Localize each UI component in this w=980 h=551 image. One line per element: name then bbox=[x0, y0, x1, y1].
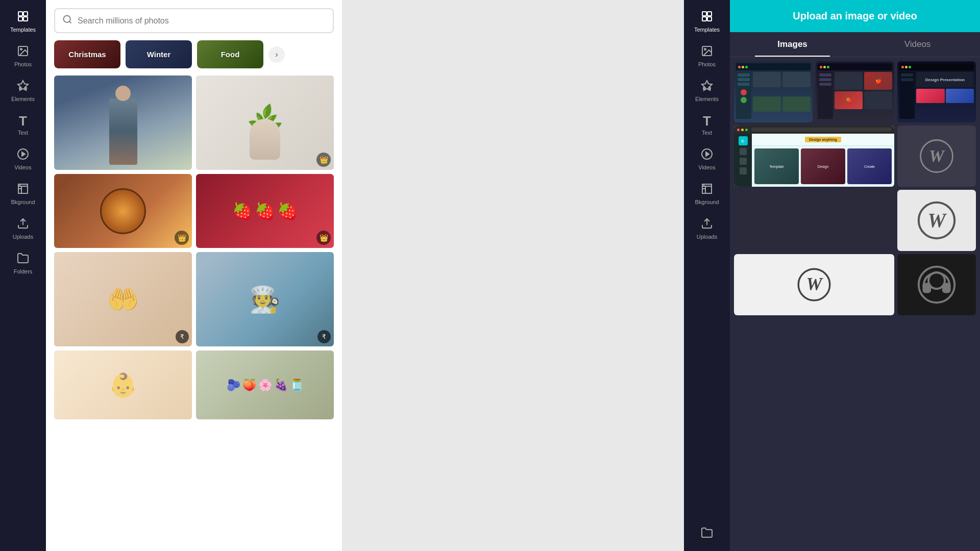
sidebar-item-background[interactable]: Bkground bbox=[3, 178, 43, 210]
christmas-chip-label: Christmas bbox=[54, 40, 120, 68]
sidebar-item-templates-label: Templates bbox=[10, 27, 36, 33]
right-sidebar-item-videos[interactable]: Videos bbox=[687, 143, 727, 176]
category-chip-christmas[interactable]: Christmas bbox=[54, 40, 120, 68]
right-sidebar-text-label: Text bbox=[702, 130, 712, 136]
right-elements-icon bbox=[701, 80, 713, 94]
text-icon: T bbox=[19, 114, 27, 128]
upload-item-wp-bottom-1[interactable]: W bbox=[734, 254, 894, 315]
sidebar-item-text-label: Text bbox=[18, 130, 28, 136]
photo-grid: 👑 🤲 ₹ 👶 bbox=[54, 76, 334, 543]
svg-rect-3 bbox=[23, 17, 28, 21]
upload-item-wp-bottom-2[interactable] bbox=[897, 254, 976, 315]
right-sidebar-item-elements[interactable]: Elements bbox=[687, 74, 727, 107]
search-icon bbox=[62, 14, 72, 27]
upload-button[interactable]: Upload an image or video bbox=[730, 0, 980, 32]
photo-col-2: 🌿 👑 🍓🍓🍓 👑 🧑‍🍳 bbox=[196, 76, 334, 543]
sidebar-item-uploads-label: Uploads bbox=[13, 234, 33, 240]
uploads-grid: 🍎 🍓 bbox=[730, 57, 980, 319]
sidebar-item-videos-label: Videos bbox=[14, 164, 31, 170]
right-sidebar-templates-label: Templates bbox=[694, 27, 720, 33]
photo-leaf[interactable]: 🌿 👑 bbox=[196, 76, 334, 170]
upload-item-1[interactable] bbox=[734, 61, 813, 122]
svg-rect-19 bbox=[702, 17, 706, 21]
category-chip-food[interactable]: Food bbox=[197, 40, 263, 68]
sidebar-item-videos[interactable]: Videos bbox=[3, 143, 43, 176]
sidebar-item-templates[interactable]: Templates bbox=[3, 5, 43, 38]
upload-item-canva[interactable]: C Design anything Template Design bbox=[734, 126, 894, 187]
upload-item-wp-light[interactable]: W bbox=[897, 190, 976, 251]
crown-badge-pizza: 👑 bbox=[175, 231, 189, 245]
right-sidebar-uploads-label: Uploads bbox=[697, 234, 717, 240]
crown-badge-berries: 👑 bbox=[316, 231, 331, 245]
upload-item-2[interactable]: 🍎 🍓 bbox=[816, 61, 894, 122]
tab-images[interactable]: Images bbox=[730, 32, 855, 57]
photo-baby[interactable]: 👶 bbox=[54, 350, 192, 419]
upload-item-wp-1[interactable]: W bbox=[897, 126, 976, 187]
photo-food-flatlay[interactable]: 🫐🍑🌸 🍇🫙 bbox=[196, 350, 334, 419]
svg-text:W: W bbox=[929, 146, 945, 165]
sidebar-item-text[interactable]: T Text bbox=[3, 109, 43, 141]
right-sidebar-background-label: Bkground bbox=[695, 199, 719, 205]
right-folders-icon bbox=[701, 527, 713, 541]
svg-rect-0 bbox=[18, 12, 22, 16]
right-sidebar-item-text[interactable]: T Text bbox=[687, 109, 727, 141]
rupee-badge-hands: ₹ bbox=[176, 330, 189, 343]
right-uploads-icon bbox=[701, 217, 713, 232]
food-chip-label: Food bbox=[197, 40, 263, 68]
search-bar[interactable] bbox=[54, 8, 334, 33]
right-sidebar: Templates Photos Elements T Text bbox=[684, 0, 730, 551]
right-sidebar-item-templates[interactable]: Templates bbox=[687, 5, 727, 38]
photo-man-cooking[interactable]: 🧑‍🍳 ₹ bbox=[196, 252, 334, 346]
svg-rect-18 bbox=[707, 12, 712, 16]
background-icon bbox=[17, 183, 29, 197]
right-videos-icon bbox=[701, 148, 713, 162]
winter-chip-label: Winter bbox=[126, 40, 192, 68]
svg-rect-17 bbox=[702, 12, 706, 16]
svg-rect-1 bbox=[23, 12, 28, 16]
rupee-badge-man: ₹ bbox=[317, 330, 331, 343]
upload-item-wp-2-wide[interactable] bbox=[734, 190, 894, 251]
right-photos-icon bbox=[701, 45, 713, 59]
left-panel: Christmas Winter Food › bbox=[46, 0, 342, 551]
sidebar-item-photos[interactable]: Photos bbox=[3, 40, 43, 72]
sidebar-item-folders-label: Folders bbox=[14, 268, 33, 274]
sidebar-item-uploads[interactable]: Uploads bbox=[3, 212, 43, 245]
right-sidebar-photos-label: Photos bbox=[698, 61, 716, 67]
svg-text:W: W bbox=[806, 274, 823, 294]
elements-icon bbox=[17, 80, 29, 94]
right-sidebar-item-uploads[interactable]: Uploads bbox=[687, 212, 727, 245]
center-canvas bbox=[342, 0, 684, 551]
photo-pizza[interactable]: 👑 bbox=[54, 174, 192, 248]
svg-point-5 bbox=[20, 48, 22, 50]
right-sidebar-item-folders[interactable] bbox=[687, 521, 727, 546]
category-chip-winter[interactable]: Winter bbox=[126, 40, 192, 68]
category-scroll-right[interactable]: › bbox=[268, 46, 285, 63]
svg-text:W: W bbox=[927, 209, 947, 232]
sidebar-item-elements-label: Elements bbox=[11, 96, 35, 102]
photo-hands[interactable]: 🤲 ₹ bbox=[54, 252, 192, 346]
photos-icon bbox=[17, 45, 29, 59]
category-row: Christmas Winter Food › bbox=[54, 40, 334, 68]
sidebar-item-photos-label: Photos bbox=[14, 61, 32, 67]
right-sidebar-item-photos[interactable]: Photos bbox=[687, 40, 727, 72]
sidebar-item-elements[interactable]: Elements bbox=[3, 74, 43, 107]
svg-rect-20 bbox=[707, 17, 712, 21]
media-tabs: Images Videos bbox=[730, 32, 980, 57]
canvas-content bbox=[342, 0, 684, 551]
tab-videos[interactable]: Videos bbox=[855, 32, 980, 57]
videos-icon bbox=[17, 148, 29, 162]
search-input[interactable] bbox=[78, 16, 326, 26]
folders-icon bbox=[17, 252, 29, 266]
right-sidebar-elements-label: Elements bbox=[695, 96, 719, 102]
upload-item-3[interactable]: Design Presentation bbox=[897, 61, 976, 122]
svg-marker-26 bbox=[706, 152, 709, 156]
crown-badge-leaf: 👑 bbox=[316, 153, 331, 167]
sidebar-item-folders[interactable]: Folders bbox=[3, 247, 43, 280]
right-sidebar-item-background[interactable]: Bkground bbox=[687, 178, 727, 210]
templates-icon bbox=[17, 10, 29, 24]
photo-woman-beach[interactable] bbox=[54, 76, 192, 170]
photo-berries[interactable]: 🍓🍓🍓 👑 bbox=[196, 174, 334, 248]
svg-line-16 bbox=[69, 21, 71, 23]
uploads-icon bbox=[17, 217, 29, 232]
sidebar-item-background-label: Bkground bbox=[11, 199, 35, 205]
